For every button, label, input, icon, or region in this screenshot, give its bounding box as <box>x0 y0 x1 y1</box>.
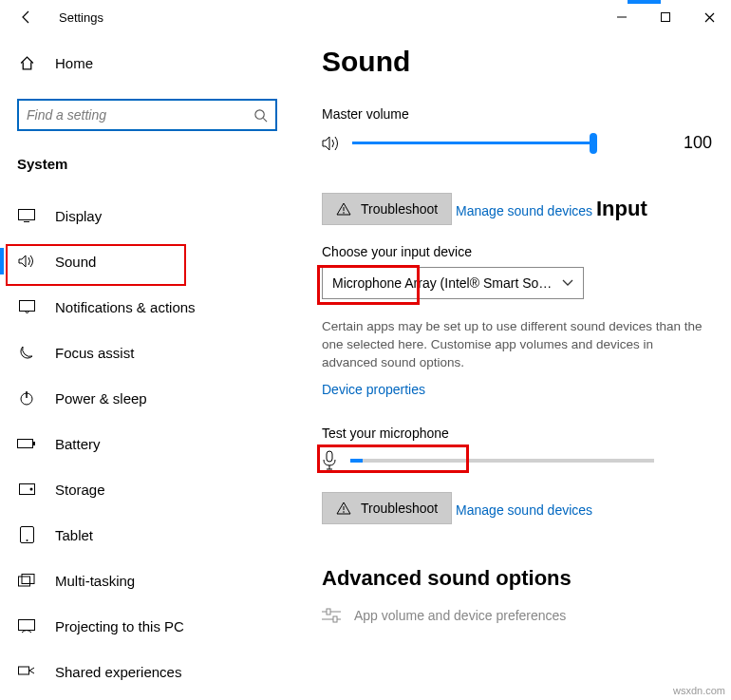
sidebar-item-battery[interactable]: Battery <box>0 421 294 466</box>
mic-level-meter <box>350 459 654 463</box>
battery-icon <box>17 438 36 449</box>
maximize-button[interactable] <box>644 2 687 32</box>
focus-icon <box>17 345 36 360</box>
svg-rect-10 <box>33 442 35 445</box>
input-device-value: Microphone Array (Intel® Smart So… <box>332 275 552 291</box>
storage-icon <box>17 483 36 495</box>
sidebar-item-label: Multi-tasking <box>55 573 135 589</box>
svg-rect-21 <box>327 451 332 462</box>
troubleshoot-input-button[interactable]: Troubleshoot <box>322 492 452 524</box>
input-hint-text: Certain apps may be set up to use differ… <box>322 318 711 372</box>
manage-output-devices-link[interactable]: Manage sound devices <box>456 203 592 218</box>
svg-rect-15 <box>19 577 30 586</box>
test-mic-label: Test your microphone <box>322 426 712 441</box>
tablet-icon <box>17 526 36 543</box>
sound-icon <box>17 254 36 269</box>
section-heading: System <box>17 156 277 172</box>
back-button[interactable] <box>11 2 42 32</box>
svg-rect-4 <box>19 210 35 220</box>
search-icon <box>253 108 268 123</box>
volume-value: 100 <box>684 133 712 153</box>
sidebar-item-label: Display <box>55 208 102 224</box>
warning-icon <box>336 202 351 216</box>
svg-rect-17 <box>19 619 35 630</box>
advanced-heading: Advanced sound options <box>322 566 712 591</box>
sidebar-item-tablet[interactable]: Tablet <box>0 512 294 558</box>
input-heading: Input <box>596 197 647 221</box>
watermark: wsxdn.com <box>673 685 725 696</box>
sidebar-item-label: Power & sleep <box>55 390 147 407</box>
main-content: Sound Master volume 100 Troubleshoot Man… <box>294 34 731 700</box>
choose-input-label: Choose your input device <box>322 244 712 259</box>
search-box[interactable] <box>17 99 277 131</box>
troubleshoot-label: Troubleshoot <box>361 201 438 217</box>
sidebar-item-label: Storage <box>55 482 105 498</box>
notifications-icon <box>17 300 36 314</box>
home-label: Home <box>55 55 93 71</box>
power-icon <box>17 390 36 406</box>
svg-point-12 <box>29 488 32 491</box>
svg-line-3 <box>263 118 267 122</box>
device-properties-link[interactable]: Device properties <box>322 382 425 397</box>
minimize-button[interactable] <box>600 2 644 32</box>
shared-icon <box>17 665 36 678</box>
svg-point-20 <box>343 212 345 214</box>
sidebar-item-label: Shared experiences <box>55 664 181 680</box>
sidebar-item-notifications[interactable]: Notifications & actions <box>0 284 294 330</box>
svg-rect-6 <box>19 300 34 311</box>
svg-point-14 <box>26 539 28 541</box>
search-input[interactable] <box>27 107 253 123</box>
sidebar-item-label: Notifications & actions <box>55 299 196 315</box>
troubleshoot-output-button[interactable]: Troubleshoot <box>322 193 452 225</box>
svg-rect-1 <box>662 13 670 22</box>
sidebar-item-storage[interactable]: Storage <box>0 466 294 512</box>
app-prefs-label: App volume and device preferences <box>354 608 566 623</box>
sidebar-item-label: Tablet <box>55 527 93 543</box>
sidebar-item-shared[interactable]: Shared experiences <box>0 649 294 694</box>
warning-icon <box>336 501 351 515</box>
svg-rect-27 <box>333 616 337 622</box>
svg-rect-18 <box>19 667 29 674</box>
accent-strip <box>628 0 661 4</box>
home-icon <box>17 55 36 71</box>
sidebar-item-label: Battery <box>55 436 101 452</box>
sidebar-nav: Display Sound Notifications & actions Fo… <box>17 193 277 694</box>
close-button[interactable] <box>687 2 731 32</box>
sidebar-item-focus-assist[interactable]: Focus assist <box>0 330 294 375</box>
troubleshoot-label: Troubleshoot <box>361 501 438 516</box>
sidebar-item-power[interactable]: Power & sleep <box>0 375 294 421</box>
input-device-dropdown[interactable]: Microphone Array (Intel® Smart So… <box>322 267 584 299</box>
sidebar-item-display[interactable]: Display <box>0 193 294 238</box>
multitask-icon <box>17 574 36 587</box>
home-nav[interactable]: Home <box>17 40 277 85</box>
svg-rect-25 <box>327 609 330 615</box>
svg-rect-16 <box>22 575 34 584</box>
app-title: Settings <box>59 10 103 25</box>
sliders-icon <box>322 608 341 623</box>
master-volume-label: Master volume <box>322 106 712 122</box>
sidebar: Home System Display Sound Notifications … <box>0 34 294 700</box>
sidebar-item-multitasking[interactable]: Multi-tasking <box>0 558 294 603</box>
microphone-icon <box>322 450 337 471</box>
sidebar-item-sound[interactable]: Sound <box>0 238 294 284</box>
sidebar-item-projecting[interactable]: Projecting to this PC <box>0 603 294 649</box>
projecting-icon <box>17 619 36 634</box>
chevron-down-icon <box>562 279 573 287</box>
sidebar-item-label: Focus assist <box>55 345 134 361</box>
svg-point-23 <box>343 511 345 513</box>
sidebar-item-label: Projecting to this PC <box>55 618 184 634</box>
speaker-icon[interactable] <box>322 135 343 152</box>
manage-input-devices-link[interactable]: Manage sound devices <box>456 502 592 518</box>
page-title: Sound <box>322 46 712 78</box>
display-icon <box>17 209 36 222</box>
volume-slider[interactable] <box>343 142 638 144</box>
app-volume-prefs[interactable]: App volume and device preferences <box>322 608 712 623</box>
sidebar-item-label: Sound <box>55 254 96 270</box>
titlebar: Settings <box>0 0 731 34</box>
svg-rect-9 <box>18 440 33 448</box>
svg-point-2 <box>255 109 264 118</box>
